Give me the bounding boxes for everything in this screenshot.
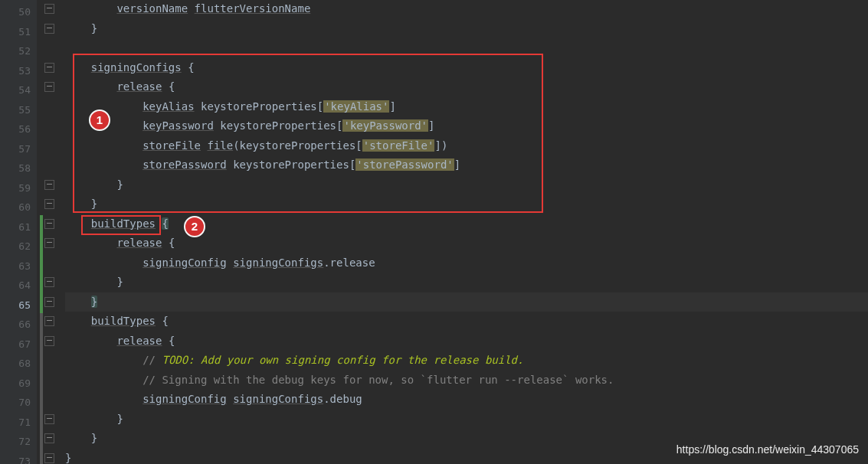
code-line[interactable]: } <box>65 19 868 39</box>
line-number: 69 <box>0 374 31 394</box>
fold-icon[interactable] <box>44 180 54 190</box>
line-number: 65 <box>0 296 31 315</box>
code-line[interactable]: } <box>65 273 868 292</box>
code-token: signingConfig <box>142 393 227 405</box>
change-marker <box>40 313 43 464</box>
line-number: 70 <box>0 393 31 413</box>
line-number: 58 <box>0 158 31 178</box>
code-token: signingConfigs <box>233 257 323 269</box>
code-line[interactable]: } <box>65 292 868 312</box>
line-number: 61 <box>0 217 31 237</box>
line-number: 51 <box>0 22 31 42</box>
line-number: 72 <box>0 432 31 452</box>
line-number: 59 <box>0 178 31 198</box>
code-token: { <box>156 315 169 327</box>
highlight-box-1 <box>73 54 543 213</box>
code-token <box>227 257 233 269</box>
code-token: } <box>91 432 97 444</box>
line-number: 57 <box>0 139 31 159</box>
fold-icon[interactable] <box>44 433 54 443</box>
line-number: 52 <box>0 41 31 61</box>
fold-icon[interactable] <box>44 453 54 463</box>
fold-icon[interactable] <box>44 63 54 73</box>
code-token: { <box>162 335 175 347</box>
code-line[interactable]: buildTypes { <box>65 312 868 332</box>
code-token: } <box>116 276 123 288</box>
code-token: } <box>65 452 71 464</box>
fold-icon[interactable] <box>44 414 54 424</box>
code-token: // <box>142 354 162 366</box>
code-line[interactable]: } <box>65 410 868 430</box>
code-token: release <box>116 335 162 347</box>
code-token: flutterVersionName <box>195 2 311 15</box>
callout-badge-1: 1 <box>89 109 110 131</box>
line-number: 60 <box>0 198 31 217</box>
line-number: 64 <box>0 276 31 296</box>
code-token: } <box>116 413 123 425</box>
fold-icon[interactable] <box>44 4 54 14</box>
code-token: signingConfigs <box>233 393 323 405</box>
line-number: 53 <box>0 61 31 81</box>
code-token: // Signing with the debug keys for now, … <box>142 374 614 386</box>
line-number: 66 <box>0 315 31 335</box>
fold-icon[interactable] <box>44 238 54 248</box>
line-number: 67 <box>0 335 31 355</box>
code-line[interactable]: // Signing with the debug keys for now, … <box>65 371 868 390</box>
code-line[interactable]: release { <box>65 332 868 351</box>
code-token: .debug <box>323 393 362 405</box>
code-token: { <box>162 217 168 230</box>
code-line[interactable]: // TODO: Add your own signing config for… <box>65 351 868 371</box>
line-number: 68 <box>0 354 31 374</box>
code-line[interactable]: signingConfig signingConfigs.debug <box>65 390 868 410</box>
code-token: } <box>91 296 97 308</box>
fold-icon[interactable] <box>44 277 54 287</box>
code-token: release <box>116 237 162 249</box>
code-line[interactable]: versionName flutterVersionName <box>65 0 868 19</box>
fold-icon[interactable] <box>44 82 54 92</box>
code-token <box>227 393 233 405</box>
code-token: .release <box>323 257 375 269</box>
fold-icon[interactable] <box>44 297 54 307</box>
code-token: signingConfig <box>142 257 227 269</box>
watermark-text: https://blog.csdn.net/weixin_44307065 <box>676 440 859 460</box>
line-number: 63 <box>0 257 31 276</box>
fold-icon[interactable] <box>44 24 54 34</box>
fold-icon[interactable] <box>44 316 54 326</box>
line-number: 71 <box>0 413 31 433</box>
line-number: 50 <box>0 2 31 22</box>
line-number: 54 <box>0 80 31 100</box>
code-token <box>188 2 194 15</box>
code-line[interactable]: release { <box>65 234 868 253</box>
code-token: buildTypes <box>91 315 156 327</box>
line-number: 73 <box>0 452 31 465</box>
code-token: versionName <box>116 2 188 15</box>
line-number: 55 <box>0 100 31 120</box>
code-token: TODO: Add your own signing config for th… <box>162 354 523 366</box>
change-marker <box>40 215 43 313</box>
code-line[interactable]: signingConfig signingConfigs.release <box>65 253 868 273</box>
code-editor[interactable]: versionName flutterVersionName } signing… <box>0 0 868 464</box>
line-number: 56 <box>0 119 31 139</box>
fold-icon[interactable] <box>44 336 54 346</box>
highlight-box-2 <box>81 215 161 235</box>
fold-icon[interactable] <box>44 219 54 229</box>
fold-icon[interactable] <box>44 199 54 209</box>
code-token: { <box>162 237 175 249</box>
line-number: 62 <box>0 237 31 257</box>
callout-badge-2: 2 <box>184 216 205 237</box>
code-token: } <box>91 22 97 34</box>
